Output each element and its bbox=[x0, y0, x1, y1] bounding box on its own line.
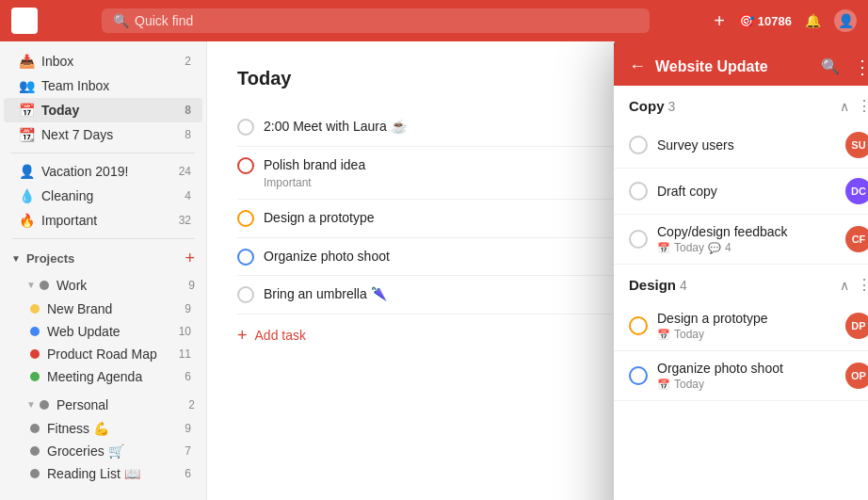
draft-circle[interactable] bbox=[629, 182, 648, 201]
phone-section-design: Design 4 ∧ ⋮ bbox=[614, 265, 868, 301]
reading-dot bbox=[30, 469, 40, 478]
personal-count: 2 bbox=[188, 398, 195, 411]
bell-icon: 🔔 bbox=[805, 13, 821, 28]
project-item-reading[interactable]: Reading List 📖 6 bbox=[4, 462, 202, 485]
phone-back-button[interactable]: ← bbox=[629, 56, 646, 76]
avatar-button[interactable]: 👤 bbox=[834, 9, 857, 32]
design-more-icon[interactable]: ⋮ bbox=[857, 276, 868, 294]
work-collapse-arrow[interactable]: ▼ bbox=[15, 276, 40, 294]
project-item-meeting-agenda[interactable]: Meeting Agenda 6 bbox=[4, 365, 202, 388]
task-circle-2[interactable] bbox=[237, 157, 254, 174]
task-circle-1[interactable] bbox=[237, 119, 254, 136]
organize-photo-cal-icon: 📅 bbox=[657, 379, 670, 391]
umbrella-emoji: 🌂 bbox=[371, 286, 387, 301]
karma-button[interactable]: 🎯 10786 bbox=[738, 13, 792, 28]
sidebar-label-cleaning: Cleaning bbox=[41, 188, 93, 203]
copy-design-date: Today bbox=[674, 241, 704, 254]
important-icon: 🔥 bbox=[19, 213, 34, 228]
design-chevron-icon[interactable]: ∧ bbox=[840, 278, 849, 293]
next7-count: 8 bbox=[185, 128, 191, 141]
phone-task-draft: Draft copy DC bbox=[614, 169, 868, 215]
design-prototype-date: Today bbox=[674, 328, 704, 341]
sidebar-divider-1 bbox=[11, 153, 195, 153]
important-count: 32 bbox=[179, 214, 191, 227]
sidebar-label-today: Today bbox=[41, 103, 79, 118]
fitness-label: Fitness 💪 bbox=[47, 421, 109, 436]
search-bar[interactable]: 🔍 Quick find bbox=[102, 8, 650, 33]
search-placeholder: Quick find bbox=[135, 13, 193, 28]
draft-content: Draft copy bbox=[657, 184, 836, 199]
task-circle-4[interactable] bbox=[237, 249, 254, 266]
work-label[interactable]: Work bbox=[56, 278, 188, 293]
task-circle-3[interactable] bbox=[237, 210, 254, 227]
organize-photo-text: Organize photo shoot bbox=[657, 361, 836, 376]
personal-collapse-arrow[interactable]: ▼ bbox=[15, 395, 40, 413]
today-icon: 📅 bbox=[19, 103, 34, 118]
projects-section-header[interactable]: ▼ Projects + bbox=[0, 245, 206, 272]
project-item-groceries[interactable]: Groceries 🛒 7 bbox=[4, 440, 202, 462]
phone-body: Copy 3 ∧ ⋮ Survey users bbox=[614, 86, 868, 500]
copy-chevron-icon[interactable]: ∧ bbox=[840, 99, 849, 114]
copy-design-comment-icon: 💬 bbox=[708, 242, 721, 254]
add-project-icon[interactable]: + bbox=[185, 249, 195, 268]
design-section-title: Design bbox=[629, 277, 676, 293]
organize-photo-circle[interactable] bbox=[629, 366, 648, 385]
new-brand-dot bbox=[30, 304, 40, 314]
phone-section-copy: Copy 3 ∧ ⋮ bbox=[614, 86, 868, 122]
new-brand-count: 9 bbox=[185, 302, 191, 315]
task-text-1: 2:00 Meet with Laura ☕ bbox=[264, 118, 407, 137]
copy-design-circle[interactable] bbox=[629, 230, 648, 249]
phone-overlay: ▲ ▲ ▮ 08:32 ← Website Update 🔍 ⋮ bbox=[614, 41, 868, 500]
project-item-web-update[interactable]: Web Update 10 bbox=[4, 320, 202, 343]
add-task-plus-icon: + bbox=[237, 326, 248, 346]
survey-text: Survey users bbox=[657, 137, 836, 153]
reading-label: Reading List 📖 bbox=[47, 466, 140, 481]
add-task-button[interactable]: + bbox=[714, 10, 725, 32]
karma-count: 10786 bbox=[758, 14, 792, 28]
project-item-new-brand[interactable]: New Brand 9 bbox=[4, 298, 202, 320]
sidebar-item-vacation[interactable]: 👤 Vacation 2019! 24 bbox=[4, 159, 202, 184]
project-item-fitness[interactable]: Fitness 💪 9 bbox=[4, 417, 202, 440]
sidebar-item-important[interactable]: 🔥 Important 32 bbox=[4, 208, 202, 233]
phone-header-actions: 🔍 ⋮ bbox=[821, 57, 868, 76]
sidebar-item-cleaning[interactable]: 💧 Cleaning 4 bbox=[4, 184, 202, 208]
personal-label[interactable]: Personal bbox=[56, 397, 188, 412]
copy-more-icon[interactable]: ⋮ bbox=[857, 97, 868, 115]
svg-rect-0 bbox=[18, 16, 31, 18]
copy-design-avatar: CF bbox=[845, 226, 868, 252]
copy-design-text: Copy/design feedback bbox=[657, 224, 836, 239]
sidebar-item-today[interactable]: 📅 Today 8 bbox=[4, 98, 202, 122]
cleaning-count: 4 bbox=[185, 189, 191, 202]
user-icon: 👤 bbox=[838, 13, 854, 28]
karma-icon: 🎯 bbox=[738, 13, 754, 28]
survey-content: Survey users bbox=[657, 137, 836, 153]
copy-design-content: Copy/design feedback 📅 Today 💬 4 bbox=[657, 224, 836, 254]
phone-more-icon[interactable]: ⋮ bbox=[853, 57, 868, 76]
app-logo[interactable] bbox=[11, 8, 38, 34]
work-project-row: ▼ Work 9 bbox=[0, 272, 206, 298]
phone-header: ← Website Update 🔍 ⋮ bbox=[614, 47, 868, 86]
organize-photo-sub: 📅 Today bbox=[657, 378, 836, 391]
content-area: Today 💬 👤 ••• 2:00 Meet with Laura ☕ Pol… bbox=[207, 41, 868, 500]
phone-search-icon[interactable]: 🔍 bbox=[821, 57, 840, 76]
sidebar-label-inbox: Inbox bbox=[41, 54, 73, 69]
new-brand-label: New Brand bbox=[47, 301, 112, 316]
sidebar-item-inbox[interactable]: 📥 Inbox 2 bbox=[4, 49, 202, 73]
organize-photo-content: Organize photo shoot 📅 Today bbox=[657, 361, 836, 391]
design-prototype-avatar: DP bbox=[845, 313, 868, 339]
survey-circle[interactable] bbox=[629, 136, 648, 154]
copy-design-calendar-icon: 📅 bbox=[657, 242, 670, 254]
next7-icon: 📆 bbox=[19, 127, 34, 142]
task-circle-5[interactable] bbox=[237, 286, 254, 303]
design-prototype-circle[interactable] bbox=[629, 316, 648, 335]
phone-section-design-header: Design 4 ∧ ⋮ bbox=[629, 276, 868, 301]
web-update-dot bbox=[30, 327, 40, 336]
sidebar-item-team-inbox[interactable]: 👥 Team Inbox bbox=[4, 73, 202, 98]
sidebar-item-next7[interactable]: 📆 Next 7 Days 8 bbox=[4, 122, 202, 147]
inbox-icon: 📥 bbox=[19, 54, 34, 69]
bell-button[interactable]: 🔔 bbox=[805, 13, 821, 28]
cleaning-icon: 💧 bbox=[19, 188, 34, 203]
vacation-icon: 👤 bbox=[19, 164, 34, 179]
product-roadmap-count: 11 bbox=[179, 347, 191, 361]
project-item-product-roadmap[interactable]: Product Road Map 11 bbox=[4, 343, 202, 365]
